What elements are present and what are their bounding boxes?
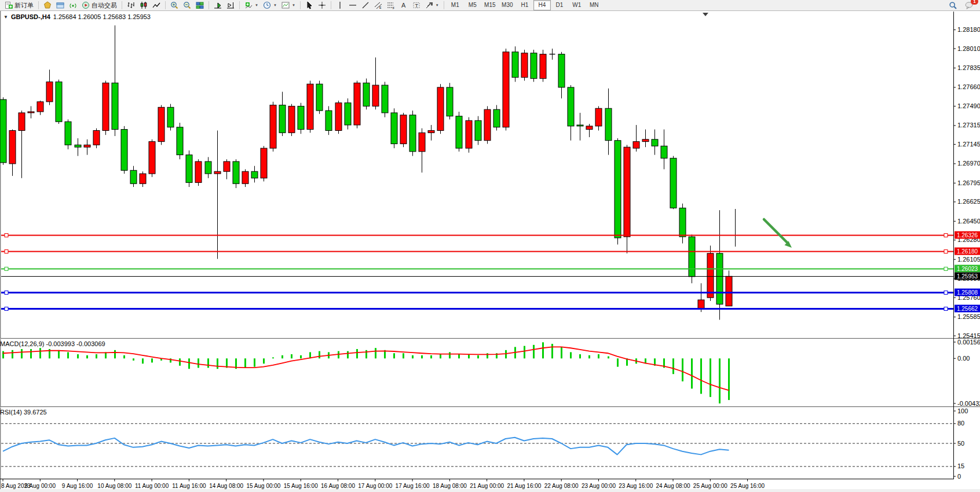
market-watch-icon <box>43 1 52 9</box>
signals-button[interactable] <box>67 0 79 11</box>
line-handle[interactable] <box>944 307 948 311</box>
line-handle[interactable] <box>5 291 8 295</box>
zoom-out-button[interactable] <box>181 0 193 11</box>
timeframe-h1-button[interactable]: H1 <box>516 0 533 10</box>
time-tick-label: 16 Aug 08:00 <box>321 483 355 489</box>
line-handle[interactable] <box>5 307 8 311</box>
indicators-button[interactable]: ▼ <box>242 0 261 11</box>
notifications-button[interactable]: 1 <box>963 0 975 11</box>
arrows-icon <box>425 1 433 9</box>
svg-text:A: A <box>401 2 406 9</box>
candle-body <box>679 208 686 237</box>
candle-body <box>670 158 677 208</box>
search-button[interactable] <box>946 0 959 11</box>
candle-body <box>661 146 667 158</box>
crosshair-button[interactable] <box>316 0 328 11</box>
time-tick-label: 11 Aug 00:00 <box>135 483 169 489</box>
candle-chart-button[interactable] <box>137 0 150 11</box>
candle-body <box>167 107 174 127</box>
zoom-in-button[interactable] <box>168 0 181 11</box>
rsi-tick-label: 0 <box>957 473 961 480</box>
time-tick-label: 25 Aug 00:00 <box>693 483 727 489</box>
price-tick-label: 1.26625 <box>957 198 980 205</box>
label-button[interactable]: T <box>410 0 423 11</box>
signals-icon <box>69 1 77 9</box>
label-icon: T <box>412 1 420 9</box>
vertical-line-button[interactable] <box>334 0 346 11</box>
channel-button[interactable]: E <box>372 0 385 11</box>
timeframe-m5-button[interactable]: M5 <box>464 0 481 10</box>
candle-body <box>595 108 602 126</box>
candle-body <box>335 103 342 131</box>
candle-body <box>261 148 267 178</box>
new-order-button[interactable]: 新订单 <box>2 0 36 11</box>
text-button[interactable]: A <box>397 0 410 11</box>
dropdown-caret-icon[interactable]: ▼ <box>255 3 258 7</box>
time-tick-label: 9 Aug 16:00 <box>62 483 93 489</box>
arrows-button[interactable]: ▼ <box>423 0 441 11</box>
candle-body <box>521 53 528 78</box>
candle-body <box>279 105 286 133</box>
timeframe-m30-button[interactable]: M30 <box>499 0 516 10</box>
candle-body <box>158 107 164 141</box>
timeframe-h4-button[interactable]: H4 <box>533 0 551 10</box>
dropdown-caret-icon[interactable]: ▼ <box>273 3 277 7</box>
candle-chart-icon <box>140 1 148 9</box>
market-watch-button[interactable] <box>41 0 54 11</box>
line-handle[interactable] <box>944 234 948 237</box>
hline-icon <box>349 1 357 9</box>
line-handle[interactable] <box>944 291 948 295</box>
collapse-chart-icon[interactable]: ▼ <box>3 14 8 20</box>
candle-body <box>205 161 211 174</box>
timeframe-w1-button[interactable]: W1 <box>568 0 586 10</box>
candle-body <box>568 87 574 126</box>
candle-body <box>558 54 565 87</box>
dropdown-caret-icon[interactable]: ▼ <box>292 3 295 7</box>
candle-body <box>121 130 127 171</box>
timeframe-m1-button[interactable]: M1 <box>447 0 464 10</box>
candle-body <box>46 82 53 101</box>
data-folder-button[interactable] <box>54 0 67 11</box>
dropdown-caret-icon[interactable]: ▼ <box>436 3 439 7</box>
candle-body <box>466 120 472 148</box>
time-tick-label: 11 Aug 16:00 <box>172 483 206 489</box>
time-tick-label: 9 Aug 00:00 <box>25 483 56 489</box>
line-handle[interactable] <box>5 267 8 271</box>
price-tick-label: 1.27660 <box>957 83 980 90</box>
candle-body <box>456 116 462 148</box>
trendline-button[interactable] <box>359 0 372 11</box>
crosshair-icon <box>318 1 326 9</box>
tile-windows-button[interactable] <box>193 0 206 11</box>
auto-trading-button[interactable]: 自动交易 <box>79 0 119 11</box>
candle-body <box>149 142 155 174</box>
timeframe-d1-button[interactable]: D1 <box>551 0 568 10</box>
candle-body <box>177 127 183 155</box>
periods-button[interactable]: ▼ <box>261 0 279 11</box>
ohlc-values: 1.25684 1.26005 1.25683 1.25953 <box>53 13 151 20</box>
cursor-button[interactable] <box>303 0 316 11</box>
line-handle[interactable] <box>5 234 8 237</box>
candle-body <box>689 237 695 277</box>
candle-body <box>37 102 43 112</box>
time-tick-label: 21 Aug 16:00 <box>507 483 541 489</box>
bar-chart-button[interactable] <box>125 0 137 11</box>
timeframe-m15-button[interactable]: M15 <box>481 0 499 10</box>
line-handle[interactable] <box>5 250 8 254</box>
fibonacci-button[interactable]: F <box>385 0 397 11</box>
svg-text:1.26326: 1.26326 <box>957 232 978 238</box>
candle-body <box>19 113 25 131</box>
auto-scroll-button[interactable] <box>211 0 224 11</box>
chart-shift-button[interactable] <box>224 0 237 11</box>
chart-canvas[interactable]: 1.281801.280101.278351.276601.274901.273… <box>0 11 980 492</box>
candle-body <box>400 115 407 144</box>
new-order-icon <box>5 1 13 9</box>
chart-area[interactable]: ▼ GBPUSD-,H4 1.25684 1.26005 1.25683 1.2… <box>0 11 980 492</box>
svg-text:E: E <box>379 6 382 9</box>
templates-button[interactable]: ▼ <box>279 0 298 11</box>
line-chart-button[interactable] <box>150 0 163 11</box>
line-handle[interactable] <box>944 250 948 254</box>
timeframe-mn-button[interactable]: MN <box>586 0 603 10</box>
line-handle[interactable] <box>944 267 948 271</box>
horizontal-line-button[interactable] <box>346 0 359 11</box>
data-folder-icon <box>56 1 64 9</box>
